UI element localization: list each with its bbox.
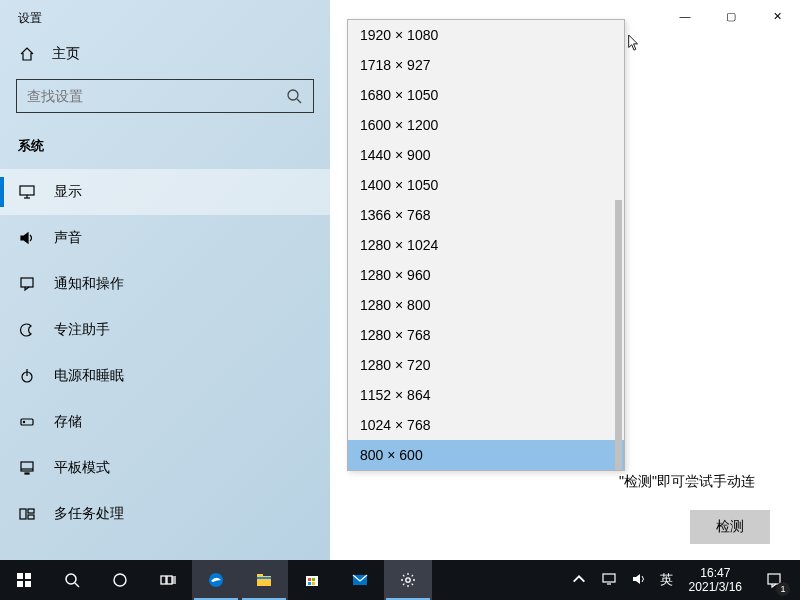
resolution-option[interactable]: 1280 × 1024 bbox=[348, 230, 624, 260]
taskbar-app-mail[interactable] bbox=[336, 560, 384, 600]
resolution-option[interactable]: 800 × 600 bbox=[348, 440, 624, 470]
hint-text-fragment: "检测"即可尝试手动连 bbox=[619, 473, 755, 491]
sound-icon bbox=[18, 229, 36, 247]
window-maximize-button[interactable]: ▢ bbox=[708, 0, 754, 32]
svg-rect-19 bbox=[25, 581, 31, 587]
sidebar-item-label: 电源和睡眠 bbox=[54, 367, 124, 385]
resolution-option[interactable]: 1280 × 800 bbox=[348, 290, 624, 320]
settings-sidebar: 设置 主页 系统 显示声音通知和操作专注助手电源和睡眠存储平板模式多任务处理 bbox=[0, 0, 330, 560]
resolution-dropdown[interactable]: 1920 × 10801718 × 9271680 × 10501600 × 1… bbox=[347, 19, 625, 471]
taskbar: 英 16:47 2021/3/16 1 bbox=[0, 560, 800, 600]
svg-rect-29 bbox=[257, 574, 263, 577]
resolution-option[interactable]: 1600 × 1200 bbox=[348, 110, 624, 140]
sidebar-item-power[interactable]: 电源和睡眠 bbox=[0, 353, 330, 399]
start-button[interactable] bbox=[0, 560, 48, 600]
svg-line-1 bbox=[297, 99, 301, 103]
tray-date: 2021/3/16 bbox=[689, 580, 742, 594]
taskbar-app-settings[interactable] bbox=[384, 560, 432, 600]
search-box[interactable] bbox=[16, 79, 314, 113]
svg-rect-33 bbox=[312, 578, 315, 581]
svg-point-22 bbox=[114, 574, 126, 586]
home-nav[interactable]: 主页 bbox=[0, 31, 330, 73]
sidebar-item-tablet[interactable]: 平板模式 bbox=[0, 445, 330, 491]
storage-icon bbox=[18, 413, 36, 431]
svg-rect-10 bbox=[21, 462, 33, 471]
home-label: 主页 bbox=[52, 45, 80, 63]
tray-overflow-icon[interactable] bbox=[566, 571, 592, 590]
svg-rect-24 bbox=[167, 576, 172, 584]
svg-rect-2 bbox=[20, 186, 34, 195]
multi-icon bbox=[18, 505, 36, 523]
resolution-option[interactable]: 1024 × 768 bbox=[348, 410, 624, 440]
resolution-option[interactable]: 1280 × 768 bbox=[348, 320, 624, 350]
taskbar-app-store[interactable] bbox=[288, 560, 336, 600]
svg-rect-35 bbox=[312, 582, 315, 585]
detect-button[interactable]: 检测 bbox=[690, 510, 770, 544]
resolution-option[interactable]: 1440 × 900 bbox=[348, 140, 624, 170]
resolution-option[interactable]: 1280 × 960 bbox=[348, 260, 624, 290]
svg-rect-34 bbox=[308, 582, 311, 585]
dropdown-scrollbar-thumb[interactable] bbox=[615, 200, 622, 470]
svg-rect-23 bbox=[161, 576, 166, 584]
tablet-icon bbox=[18, 459, 36, 477]
sidebar-item-multi[interactable]: 多任务处理 bbox=[0, 491, 330, 537]
sidebar-item-label: 声音 bbox=[54, 229, 82, 247]
sidebar-item-label: 通知和操作 bbox=[54, 275, 124, 293]
resolution-option[interactable]: 1152 × 864 bbox=[348, 380, 624, 410]
resolution-option[interactable]: 1680 × 1050 bbox=[348, 80, 624, 110]
sidebar-item-label: 平板模式 bbox=[54, 459, 110, 477]
svg-rect-17 bbox=[25, 573, 31, 579]
svg-rect-5 bbox=[21, 278, 33, 287]
task-view-icon[interactable] bbox=[144, 560, 192, 600]
window-title: 设置 bbox=[0, 0, 330, 31]
tray-display-icon[interactable] bbox=[596, 571, 622, 590]
section-system-label: 系统 bbox=[0, 131, 330, 169]
svg-rect-8 bbox=[21, 419, 33, 425]
resolution-option[interactable]: 1366 × 768 bbox=[348, 200, 624, 230]
action-center-icon[interactable]: 1 bbox=[754, 560, 794, 600]
tray-time: 16:47 bbox=[689, 566, 742, 580]
sidebar-item-notify[interactable]: 通知和操作 bbox=[0, 261, 330, 307]
svg-point-37 bbox=[406, 578, 410, 582]
notification-badge: 1 bbox=[776, 582, 790, 596]
svg-line-21 bbox=[75, 583, 79, 587]
notify-icon bbox=[18, 275, 36, 293]
taskbar-app-edge[interactable] bbox=[192, 560, 240, 600]
display-icon bbox=[18, 183, 36, 201]
tray-clock[interactable]: 16:47 2021/3/16 bbox=[681, 566, 750, 594]
sidebar-item-label: 存储 bbox=[54, 413, 82, 431]
svg-rect-15 bbox=[28, 515, 34, 519]
svg-rect-13 bbox=[20, 509, 26, 519]
cortana-icon[interactable] bbox=[96, 560, 144, 600]
taskbar-search-icon[interactable] bbox=[48, 560, 96, 600]
svg-rect-12 bbox=[25, 473, 29, 474]
search-icon bbox=[285, 87, 303, 105]
tray-ime-indicator[interactable]: 英 bbox=[656, 571, 677, 589]
svg-rect-14 bbox=[28, 509, 34, 513]
window-minimize-button[interactable]: — bbox=[662, 0, 708, 32]
svg-point-9 bbox=[23, 421, 24, 422]
resolution-option[interactable]: 1280 × 720 bbox=[348, 350, 624, 380]
svg-rect-16 bbox=[17, 573, 23, 579]
search-input[interactable] bbox=[27, 88, 285, 104]
svg-point-20 bbox=[66, 574, 76, 584]
svg-rect-18 bbox=[17, 581, 23, 587]
taskbar-app-explorer[interactable] bbox=[240, 560, 288, 600]
sidebar-item-display[interactable]: 显示 bbox=[0, 169, 330, 215]
resolution-option[interactable]: 1718 × 927 bbox=[348, 50, 624, 80]
svg-rect-38 bbox=[603, 574, 615, 582]
sidebar-item-focus[interactable]: 专注助手 bbox=[0, 307, 330, 353]
home-icon bbox=[18, 45, 36, 63]
svg-point-0 bbox=[288, 90, 298, 100]
tray-volume-icon[interactable] bbox=[626, 571, 652, 590]
sidebar-item-label: 显示 bbox=[54, 183, 82, 201]
svg-rect-30 bbox=[257, 577, 271, 579]
sidebar-item-sound[interactable]: 声音 bbox=[0, 215, 330, 261]
sidebar-item-storage[interactable]: 存储 bbox=[0, 399, 330, 445]
svg-rect-32 bbox=[308, 578, 311, 581]
resolution-option[interactable]: 1920 × 1080 bbox=[348, 20, 624, 50]
power-icon bbox=[18, 367, 36, 385]
focus-icon bbox=[18, 321, 36, 339]
resolution-option[interactable]: 1400 × 1050 bbox=[348, 170, 624, 200]
window-close-button[interactable]: ✕ bbox=[754, 0, 800, 32]
